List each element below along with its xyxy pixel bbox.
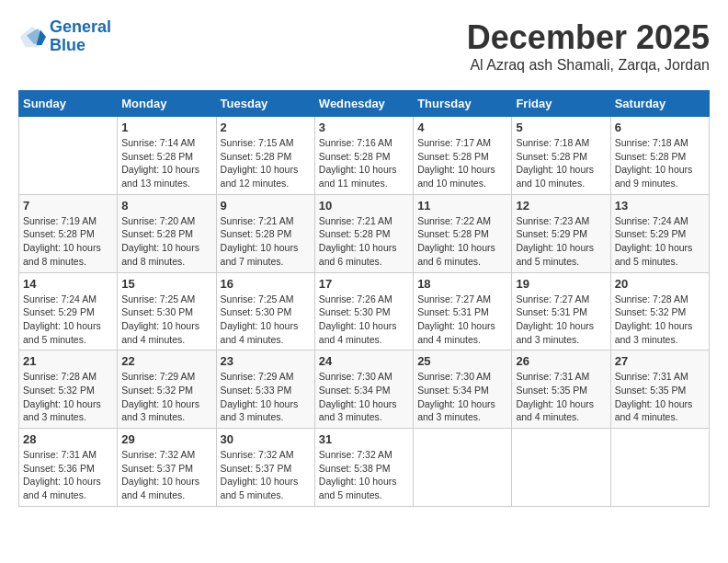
calendar-day-cell: 12Sunrise: 7:23 AM Sunset: 5:29 PM Dayli…	[512, 194, 610, 272]
day-number: 9	[221, 199, 311, 213]
day-info: Sunrise: 7:14 AM Sunset: 5:28 PM Dayligh…	[121, 136, 211, 190]
calendar-day-cell: 20Sunrise: 7:28 AM Sunset: 5:32 PM Dayli…	[610, 272, 709, 350]
logo: General Blue	[18, 18, 111, 55]
calendar-day-cell: 14Sunrise: 7:24 AM Sunset: 5:29 PM Dayli…	[19, 272, 118, 350]
weekday-header-cell: Tuesday	[216, 91, 314, 117]
calendar-day-cell: 23Sunrise: 7:29 AM Sunset: 5:33 PM Dayli…	[216, 350, 314, 429]
day-info: Sunrise: 7:32 AM Sunset: 5:37 PM Dayligh…	[221, 448, 311, 502]
calendar-table: SundayMondayTuesdayWednesdayThursdayFrid…	[18, 90, 710, 507]
day-number: 27	[615, 354, 705, 368]
day-info: Sunrise: 7:28 AM Sunset: 5:32 PM Dayligh…	[23, 370, 113, 424]
day-number: 31	[319, 432, 409, 446]
day-info: Sunrise: 7:21 AM Sunset: 5:28 PM Dayligh…	[319, 214, 409, 269]
day-info: Sunrise: 7:24 AM Sunset: 5:29 PM Dayligh…	[615, 214, 705, 269]
calendar-day-cell: 1Sunrise: 7:14 AM Sunset: 5:28 PM Daylig…	[118, 117, 216, 195]
day-info: Sunrise: 7:31 AM Sunset: 5:35 PM Dayligh…	[516, 370, 606, 424]
calendar-day-cell: 29Sunrise: 7:32 AM Sunset: 5:37 PM Dayli…	[118, 429, 216, 507]
calendar-day-cell: 21Sunrise: 7:28 AM Sunset: 5:32 PM Dayli…	[19, 350, 118, 429]
calendar-day-cell: 27Sunrise: 7:31 AM Sunset: 5:35 PM Dayli…	[610, 350, 709, 429]
day-info: Sunrise: 7:20 AM Sunset: 5:28 PM Dayligh…	[121, 214, 211, 269]
day-number: 5	[516, 121, 606, 134]
calendar-week-row: 1Sunrise: 7:14 AM Sunset: 5:28 PM Daylig…	[19, 117, 710, 195]
day-info: Sunrise: 7:18 AM Sunset: 5:28 PM Dayligh…	[615, 136, 705, 190]
logo-line2: Blue	[50, 36, 85, 54]
calendar-day-cell: 10Sunrise: 7:21 AM Sunset: 5:28 PM Dayli…	[314, 194, 413, 272]
day-number: 17	[319, 277, 409, 291]
day-info: Sunrise: 7:30 AM Sunset: 5:34 PM Dayligh…	[417, 370, 507, 424]
calendar-day-cell: 22Sunrise: 7:29 AM Sunset: 5:32 PM Dayli…	[118, 350, 216, 429]
calendar-day-cell: 25Sunrise: 7:30 AM Sunset: 5:34 PM Dayli…	[414, 350, 512, 429]
calendar-day-cell: 26Sunrise: 7:31 AM Sunset: 5:35 PM Dayli…	[512, 350, 610, 429]
calendar-day-cell: 2Sunrise: 7:15 AM Sunset: 5:28 PM Daylig…	[216, 117, 314, 195]
day-info: Sunrise: 7:18 AM Sunset: 5:28 PM Dayligh…	[516, 136, 606, 190]
day-info: Sunrise: 7:28 AM Sunset: 5:32 PM Dayligh…	[615, 293, 705, 347]
calendar-day-cell	[414, 429, 512, 507]
calendar-day-cell: 6Sunrise: 7:18 AM Sunset: 5:28 PM Daylig…	[610, 117, 709, 195]
day-info: Sunrise: 7:19 AM Sunset: 5:28 PM Dayligh…	[23, 214, 113, 269]
calendar-week-row: 21Sunrise: 7:28 AM Sunset: 5:32 PM Dayli…	[19, 350, 710, 429]
day-info: Sunrise: 7:23 AM Sunset: 5:29 PM Dayligh…	[516, 214, 606, 269]
weekday-header-cell: Wednesday	[314, 91, 413, 117]
day-info: Sunrise: 7:22 AM Sunset: 5:28 PM Dayligh…	[417, 214, 507, 269]
day-number: 2	[221, 121, 311, 134]
weekday-header-cell: Saturday	[610, 91, 709, 117]
day-info: Sunrise: 7:31 AM Sunset: 5:36 PM Dayligh…	[23, 448, 113, 502]
calendar-day-cell: 30Sunrise: 7:32 AM Sunset: 5:37 PM Dayli…	[216, 429, 314, 507]
day-info: Sunrise: 7:32 AM Sunset: 5:38 PM Dayligh…	[319, 448, 409, 502]
weekday-header-cell: Friday	[512, 91, 610, 117]
calendar-day-cell: 9Sunrise: 7:21 AM Sunset: 5:28 PM Daylig…	[216, 194, 314, 272]
day-info: Sunrise: 7:21 AM Sunset: 5:28 PM Dayligh…	[221, 214, 311, 269]
weekday-header-row: SundayMondayTuesdayWednesdayThursdayFrid…	[19, 91, 710, 117]
day-number: 7	[23, 199, 113, 213]
day-info: Sunrise: 7:27 AM Sunset: 5:31 PM Dayligh…	[516, 293, 606, 347]
day-number: 16	[221, 277, 311, 291]
day-number: 15	[121, 277, 211, 291]
calendar-week-row: 14Sunrise: 7:24 AM Sunset: 5:29 PM Dayli…	[19, 272, 710, 350]
calendar-week-row: 28Sunrise: 7:31 AM Sunset: 5:36 PM Dayli…	[19, 429, 710, 507]
day-info: Sunrise: 7:17 AM Sunset: 5:28 PM Dayligh…	[417, 136, 507, 190]
day-number: 20	[615, 277, 705, 291]
calendar-day-cell: 8Sunrise: 7:20 AM Sunset: 5:28 PM Daylig…	[118, 194, 216, 272]
day-info: Sunrise: 7:30 AM Sunset: 5:34 PM Dayligh…	[319, 370, 409, 424]
month-title: December 2025	[467, 18, 710, 57]
weekday-header-cell: Monday	[118, 91, 216, 117]
day-number: 24	[319, 354, 409, 368]
day-number: 26	[516, 354, 606, 368]
day-number: 8	[121, 199, 211, 213]
day-number: 23	[221, 354, 311, 368]
day-number: 11	[417, 199, 507, 213]
day-number: 18	[417, 277, 507, 291]
calendar-day-cell: 18Sunrise: 7:27 AM Sunset: 5:31 PM Dayli…	[414, 272, 512, 350]
day-info: Sunrise: 7:32 AM Sunset: 5:37 PM Dayligh…	[121, 448, 211, 502]
day-number: 22	[121, 354, 211, 368]
calendar-day-cell: 3Sunrise: 7:16 AM Sunset: 5:28 PM Daylig…	[314, 117, 413, 195]
calendar-day-cell: 4Sunrise: 7:17 AM Sunset: 5:28 PM Daylig…	[414, 117, 512, 195]
calendar-day-cell	[610, 429, 709, 507]
day-number: 29	[121, 432, 211, 446]
calendar-day-cell: 11Sunrise: 7:22 AM Sunset: 5:28 PM Dayli…	[414, 194, 512, 272]
day-number: 4	[417, 121, 507, 134]
day-info: Sunrise: 7:16 AM Sunset: 5:28 PM Dayligh…	[319, 136, 409, 190]
weekday-header-cell: Thursday	[414, 91, 512, 117]
calendar-body: 1Sunrise: 7:14 AM Sunset: 5:28 PM Daylig…	[19, 117, 710, 507]
day-number: 1	[121, 121, 211, 134]
day-number: 13	[615, 199, 705, 213]
day-number: 25	[417, 354, 507, 368]
day-info: Sunrise: 7:29 AM Sunset: 5:32 PM Dayligh…	[121, 370, 211, 424]
day-info: Sunrise: 7:25 AM Sunset: 5:30 PM Dayligh…	[221, 293, 311, 347]
title-section: December 2025 Al Azraq ash Shamali, Zarq…	[467, 18, 710, 74]
calendar-day-cell: 17Sunrise: 7:26 AM Sunset: 5:30 PM Dayli…	[314, 272, 413, 350]
day-info: Sunrise: 7:31 AM Sunset: 5:35 PM Dayligh…	[615, 370, 705, 424]
calendar-day-cell: 15Sunrise: 7:25 AM Sunset: 5:30 PM Dayli…	[118, 272, 216, 350]
day-number: 10	[319, 199, 409, 213]
day-number: 6	[615, 121, 705, 134]
day-info: Sunrise: 7:15 AM Sunset: 5:28 PM Dayligh…	[221, 136, 311, 190]
weekday-header-cell: Sunday	[19, 91, 118, 117]
day-info: Sunrise: 7:26 AM Sunset: 5:30 PM Dayligh…	[319, 293, 409, 347]
day-number: 3	[319, 121, 409, 134]
day-number: 12	[516, 199, 606, 213]
day-info: Sunrise: 7:27 AM Sunset: 5:31 PM Dayligh…	[417, 293, 507, 347]
calendar-day-cell: 31Sunrise: 7:32 AM Sunset: 5:38 PM Dayli…	[314, 429, 413, 507]
calendar-day-cell	[512, 429, 610, 507]
calendar-day-cell: 5Sunrise: 7:18 AM Sunset: 5:28 PM Daylig…	[512, 117, 610, 195]
